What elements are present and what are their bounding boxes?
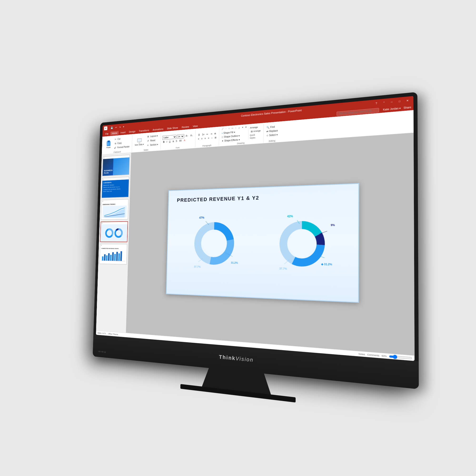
select-button[interactable]: ⊹ Select ▾: [265, 133, 279, 137]
slide-thumb-2[interactable]: 2 CONTENTS EMERGING TRENDS PREDICTED REV…: [102, 177, 129, 198]
replace-button[interactable]: ⇄ Replace: [265, 129, 279, 133]
chart1-label-47: 47%: [199, 216, 204, 219]
notes-btn[interactable]: Notes: [359, 353, 365, 356]
share-button[interactable]: Share: [404, 106, 411, 109]
ribbon-toggle-btn[interactable]: ⌃: [380, 100, 388, 105]
align-left-btn[interactable]: ≡: [197, 137, 200, 141]
powerpoint-app: P 💾 ↩ ↪ ▾ Contoso Electronics Sales Pres…: [96, 96, 415, 361]
increase-font-btn[interactable]: A↑: [185, 134, 189, 137]
svg-rect-20: [106, 255, 108, 261]
editing-group: 🔍 Find ⇄ Replace ⊹ Sele: [263, 122, 281, 143]
menu-view[interactable]: View: [191, 124, 200, 129]
save-quick-btn[interactable]: 💾: [110, 126, 114, 130]
chart2-label-42: 42%: [287, 214, 293, 218]
drawing-group: ╱ → □ ▭ ○ △ ★ ⊞: [219, 124, 264, 146]
redo-btn[interactable]: ↪: [118, 125, 122, 129]
section-icon: ≡: [147, 143, 150, 147]
line-spacing-btn[interactable]: ↕: [210, 136, 213, 140]
slide-count: Slide 4 of 5: [97, 332, 106, 335]
format-painter-button[interactable]: 🖌 Format Painter: [113, 145, 130, 150]
shape-effects-icon: ✦: [221, 140, 223, 142]
justify-btn[interactable]: ≡: [207, 136, 210, 140]
slide-thumb-5[interactable]: 5 COMPETITOR REVENUE GRAPH: [99, 244, 127, 265]
slide-thumb-3[interactable]: 3 EMERGING TRENDS: [101, 199, 129, 220]
slide-thumb-1[interactable]: 1 BUSINESSPLAN: [102, 154, 130, 176]
text-direction-btn[interactable]: ⊕: [214, 132, 217, 136]
slide-2-title: CONTENTS: [103, 181, 128, 184]
outdent-btn[interactable]: ⇤: [206, 132, 209, 136]
customize-btn[interactable]: ▾: [122, 125, 125, 129]
slide-main-title: PREDICTED REVENUE Y1 & Y2: [177, 192, 348, 203]
underline-btn[interactable]: U: [168, 140, 171, 143]
select-icon: ⊹: [266, 134, 268, 137]
paste-button[interactable]: Paste: [104, 138, 113, 150]
find-button[interactable]: 🔍 Find: [266, 125, 279, 130]
slides-top: New Slide ▾ ⊞ Layout ▾ ↺ Rese: [134, 133, 159, 149]
decrease-font-btn[interactable]: A↓: [189, 134, 193, 137]
port-3: [104, 351, 106, 353]
shape-oval[interactable]: ○: [234, 126, 237, 130]
svg-rect-24: [114, 254, 116, 261]
section-button[interactable]: ≡ Section ▾: [146, 142, 159, 147]
shape-arrow[interactable]: →: [224, 127, 227, 130]
align-right-btn[interactable]: ≡: [204, 136, 207, 140]
menu-slideshow[interactable]: Slide Show: [165, 125, 180, 131]
close-btn[interactable]: ✕: [404, 98, 411, 103]
shape-line[interactable]: ╱: [221, 127, 224, 131]
quick-access-toolbar: 💾 ↩ ↪ ▾: [110, 125, 125, 130]
font-group: Calibri 24 A↑ A↓: [161, 130, 196, 150]
font-color-btn[interactable]: A: [183, 138, 186, 142]
undo-btn[interactable]: ↩: [115, 125, 118, 129]
comments-btn[interactable]: Comments: [367, 353, 379, 357]
find-icon: 🔍: [267, 126, 270, 129]
paragraph-label: Paragraph: [203, 143, 212, 147]
menu-home[interactable]: Home: [110, 131, 119, 136]
align-center-btn[interactable]: ≡: [200, 137, 204, 140]
shape-more[interactable]: ⊞: [244, 125, 247, 129]
menu-insert[interactable]: Insert: [119, 130, 127, 135]
smartart-btn[interactable]: ⊞: [214, 136, 217, 139]
port-2: [102, 351, 104, 353]
brand-vision: Vision: [236, 355, 254, 363]
bold-btn[interactable]: B: [162, 140, 165, 144]
maximize-btn[interactable]: □: [396, 98, 403, 104]
main-area: 1 BUSINESSPLAN 2: [96, 133, 415, 355]
svg-rect-22: [110, 255, 112, 261]
reset-button[interactable]: ↺ Reset: [146, 138, 159, 143]
clipboard-group: Paste ✂ Cut ⧉ Copy: [103, 135, 132, 154]
char-spacing-btn[interactable]: AV: [178, 139, 183, 142]
slides-label: Slides: [143, 148, 148, 151]
slide-thumb-4[interactable]: 4: [100, 221, 128, 242]
indent-btn[interactable]: ⇥: [209, 132, 213, 136]
user-name[interactable]: Katie Jordan ▾: [383, 107, 401, 111]
help-btn[interactable]: ?: [373, 101, 380, 106]
new-slide-label: New Slide ▾: [135, 143, 144, 146]
main-slide[interactable]: PREDICTED REVENUE Y1 & Y2: [166, 183, 359, 303]
menu-animations[interactable]: Animations: [151, 127, 165, 132]
numbering-btn[interactable]: 1≡: [201, 133, 205, 136]
drawing-top: ╱ → □ ▭ ○ △ ★ ⊞: [221, 124, 262, 143]
menu-file[interactable]: File: [104, 132, 110, 136]
font-family-select[interactable]: Calibri: [162, 135, 176, 140]
shadow-btn[interactable]: S: [175, 139, 178, 143]
slide-content: PREDICTED REVENUE Y1 & Y2: [167, 184, 358, 302]
slide-4-content: [101, 224, 128, 241]
shape-round-rect[interactable]: ▭: [231, 126, 234, 130]
shape-rect[interactable]: □: [227, 127, 231, 130]
reset-icon: ↺: [147, 139, 150, 143]
layout-button[interactable]: ⊞ Layout ▾: [146, 134, 159, 139]
chart2-connectors: [277, 219, 327, 269]
arrange-btn[interactable]: ▤ Arrange: [250, 129, 262, 133]
strikethrough-btn[interactable]: S̶: [172, 139, 175, 143]
editing-top: 🔍 Find ⇄ Replace ⊹ Sele: [265, 122, 279, 139]
new-slide-button[interactable]: New Slide ▾: [134, 135, 145, 148]
shape-triangle[interactable]: △: [238, 126, 241, 130]
minimize-btn[interactable]: ─: [388, 99, 395, 105]
shape-star[interactable]: ★: [241, 125, 244, 129]
bullets-btn[interactable]: ☰: [197, 133, 201, 136]
menu-transitions[interactable]: Transitions: [137, 128, 151, 133]
menu-design[interactable]: Design: [127, 129, 137, 134]
font-size-select[interactable]: 24: [177, 134, 184, 138]
menu-review[interactable]: Review: [180, 124, 191, 130]
italic-btn[interactable]: I: [166, 140, 168, 143]
